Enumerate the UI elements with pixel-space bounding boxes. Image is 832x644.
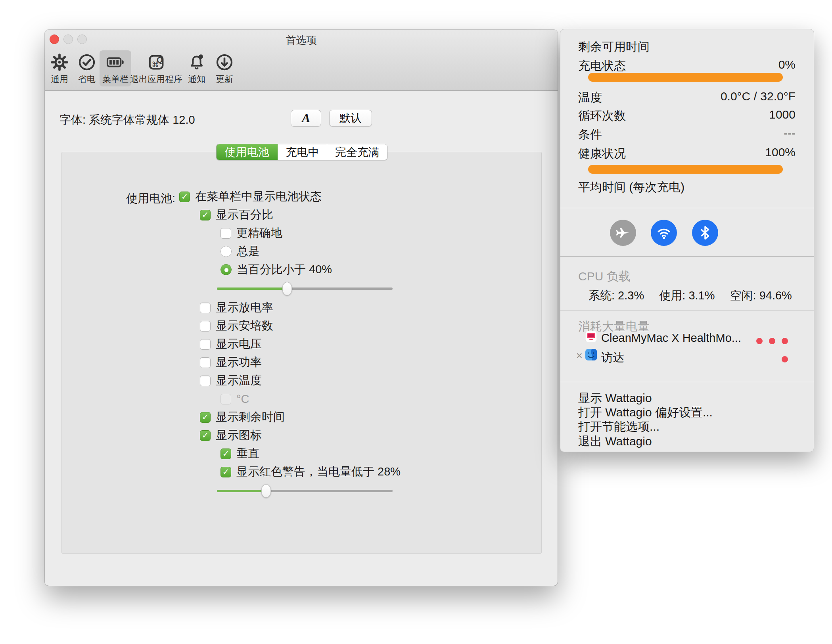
stat-value: 100%: [765, 146, 796, 159]
checkbox-label: 显示安培数: [216, 318, 273, 334]
row-show-amperage: 显示安培数: [200, 317, 568, 335]
divider: [560, 382, 814, 382]
menu-item-show-wattagio[interactable]: 显示 Wattagio: [578, 390, 802, 403]
toolbar-label: 通知: [187, 73, 206, 85]
radio-label: 当百分比小于 40%: [237, 262, 332, 278]
radio-button[interactable]: [220, 264, 232, 275]
stat-condition: 条件 ---: [578, 126, 796, 139]
close-app-icon[interactable]: ×: [576, 350, 583, 362]
divider: [560, 256, 814, 257]
checkbox[interactable]: [220, 228, 231, 239]
cpu-load-header: CPU 负载: [578, 268, 631, 285]
checkbox-label: 显示放电率: [216, 300, 273, 316]
screen: 首选项 通用 省: [0, 0, 832, 644]
row-percent-slider: [179, 279, 568, 299]
cleanmymac-app-icon: [585, 331, 597, 342]
checkbox[interactable]: [200, 210, 211, 220]
checkbox[interactable]: [200, 357, 211, 368]
gear-icon: [50, 52, 69, 73]
power-usage-dots: [775, 352, 788, 365]
check-circle-icon: [77, 52, 96, 73]
row-show-power: 显示功率: [200, 353, 568, 372]
checkbox-label: °C: [236, 393, 249, 406]
toolbar-label: 通用: [50, 73, 69, 85]
checkbox[interactable]: [200, 430, 211, 441]
stat-remaining-time: 剩余可用时间: [578, 39, 796, 52]
slider-knob[interactable]: [282, 282, 292, 295]
finder-app-icon: [585, 349, 597, 360]
stat-value: 0%: [778, 58, 796, 71]
checkbox-label: 显示温度: [216, 373, 262, 389]
airplane-mode-toggle[interactable]: [610, 220, 636, 246]
row-warning-slider: [179, 481, 568, 501]
energy-app-name: CleanMyMac X HealthMo...: [601, 332, 741, 345]
stat-label: 充电状态: [578, 58, 626, 74]
toolbar-item-general[interactable]: 通用: [47, 50, 72, 86]
checkbox[interactable]: [200, 303, 211, 313]
stat-label: 平均时间 (每次充电): [578, 179, 684, 196]
toolbar-item-notifications[interactable]: 通知: [184, 50, 209, 86]
checkbox[interactable]: [179, 192, 190, 202]
checkbox[interactable]: [200, 339, 211, 350]
stat-health: 健康状况 100%: [578, 146, 796, 158]
checkbox[interactable]: [200, 376, 211, 386]
radio-button[interactable]: [220, 246, 232, 257]
font-label: 字体: 系统字体常规体 12.0: [59, 112, 195, 128]
segment-fully-charged[interactable]: 完全充满: [327, 144, 387, 160]
bluetooth-toggle[interactable]: [692, 220, 718, 246]
quit-app-icon: ⌘ Q: [147, 52, 166, 73]
red-warning-threshold-slider[interactable]: [217, 490, 393, 492]
stat-label: 健康状况: [578, 146, 626, 162]
row-show-percentage: 显示百分比: [200, 206, 568, 224]
energy-app-row: CleanMyMac X HealthMo...: [576, 332, 796, 343]
checkbox[interactable]: [220, 448, 231, 459]
checkbox[interactable]: [200, 412, 211, 423]
menu-item-quit-wattagio[interactable]: 退出 Wattagio: [578, 433, 802, 446]
battery-status-panel: 剩余可用时间 充电状态 0% 温度 0.0°C / 32.0°F 循环次数 10…: [560, 29, 814, 452]
segment-on-battery[interactable]: 使用电池: [217, 144, 278, 160]
stat-label: 剩余可用时间: [578, 39, 650, 55]
toolbar-item-quit-apps[interactable]: ⌘ Q 退出应用程序: [127, 50, 185, 86]
checkbox-label: 更精确地: [236, 225, 282, 241]
toolbar-item-menubar[interactable]: 菜单栏: [100, 50, 131, 86]
font-picker-button[interactable]: A: [291, 110, 321, 126]
toolbar-item-updates[interactable]: 更新: [212, 50, 237, 86]
slider-knob[interactable]: [261, 484, 271, 498]
cpu-system: 系统: 2.3%: [589, 289, 644, 302]
checkbox[interactable]: [220, 394, 231, 404]
cpu-used: 使用: 3.1%: [659, 289, 715, 302]
slider-fill: [217, 490, 266, 492]
menu-item-open-preferences[interactable]: 打开 Wattagio 偏好设置...: [578, 404, 802, 417]
stat-value: 1000: [769, 108, 796, 121]
toolbar-label: 退出应用程序: [130, 73, 182, 85]
bell-icon: [187, 52, 206, 73]
default-button[interactable]: 默认: [329, 110, 372, 126]
toolbar-item-energy-saving[interactable]: 省电: [75, 50, 99, 86]
wifi-toggle[interactable]: [651, 220, 677, 246]
menu-item-open-energy-saver[interactable]: 打开节能选项...: [578, 419, 802, 431]
battery-state-segmented-control: 使用电池 充电中 完全充满: [216, 144, 387, 160]
checkbox[interactable]: [220, 467, 231, 477]
checkbox-label: 显示电压: [216, 336, 262, 352]
radio-label: 总是: [237, 243, 260, 259]
toolbar-label: 菜单栏: [102, 73, 128, 85]
percent-threshold-slider[interactable]: [217, 288, 393, 290]
toolbar-label: 省电: [77, 73, 96, 85]
row-show-icon: 显示图标: [200, 426, 568, 445]
toolbar-label: 更新: [215, 73, 234, 85]
segment-charging[interactable]: 充电中: [278, 144, 327, 160]
row-show-temperature: 显示温度: [200, 372, 568, 390]
download-circle-icon: [215, 52, 234, 73]
row-show-discharge-rate: 显示放电率: [200, 299, 568, 317]
row-celsius: °C: [220, 390, 568, 408]
checkbox[interactable]: [200, 321, 211, 332]
preferences-window: 首选项 通用 省: [45, 30, 558, 586]
stat-charge-state: 充电状态 0%: [578, 58, 796, 71]
cpu-idle: 空闲: 94.6%: [730, 289, 792, 302]
row-when-percent-below: 当百分比小于 40%: [220, 261, 568, 279]
checkbox-label: 显示百分比: [216, 207, 273, 223]
health-progress-bar: [588, 165, 783, 174]
stat-label: 循环次数: [578, 108, 626, 124]
checkbox-label: 垂直: [236, 446, 259, 462]
row-show-voltage: 显示电压: [200, 335, 568, 353]
